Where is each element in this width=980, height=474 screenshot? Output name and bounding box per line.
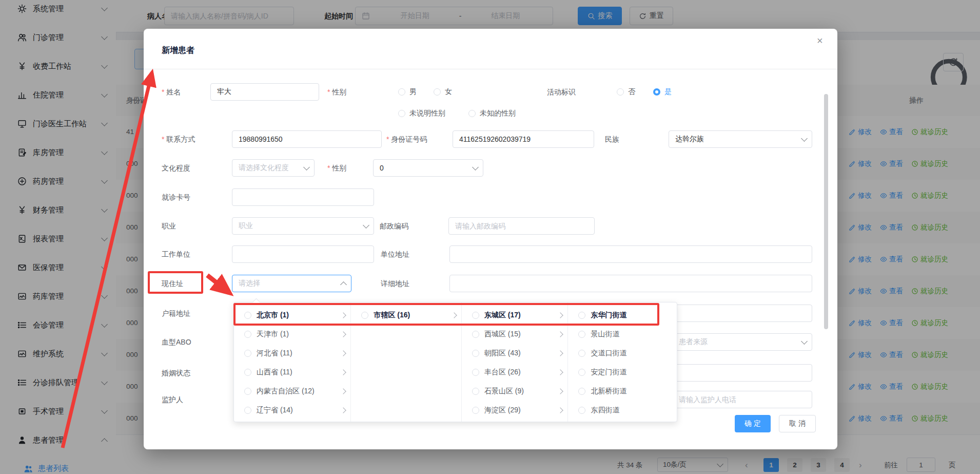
gender-radio-female[interactable]: 女 [434,83,452,101]
cascader-column-3: 东城区 (17)西城区 (15)朝阳区 (43)丰台区 (26)石景山区 (9)… [462,302,569,422]
gender-radio-male[interactable]: 男 [398,83,417,101]
id-number-input[interactable] [453,130,594,148]
cascader-option[interactable]: 安定门街道 [568,363,677,382]
radio-selected-icon [653,88,660,96]
cascader-option-label: 山西省 (11) [257,368,341,377]
name-label: 姓名 [162,83,181,101]
active-flag-no[interactable]: 否 [617,83,635,101]
cascader-option[interactable]: 西城区 (15) [462,325,568,344]
postal-input[interactable] [448,217,595,235]
postal-label: 邮政编码 [380,217,408,235]
contact-label: 联系方式 [162,130,195,148]
guardian-label: 监护人 [162,391,183,408]
employer-address-label: 单位地址 [381,245,409,263]
cascader-option[interactable]: 辽宁省 (14) [234,401,350,420]
guardian-phone-input[interactable] [672,391,812,408]
radio-icon [361,312,368,319]
cascader-option-label: 海淀区 (29) [484,406,559,415]
radio-icon [468,110,476,117]
ethnicity-label: 民族 [605,130,619,148]
name-input[interactable] [210,83,319,101]
patient-source-select[interactable]: 患者来源 [672,333,812,351]
cascader-option-label: 景山街道 [591,330,672,339]
ethnicity-select[interactable]: 达斡尔族 [669,130,812,148]
add-patient-modal: 新增患者 × 姓名 性别 男 女 活动标识 否 是 未说明性别 未知的性别 联系… [144,29,837,449]
modal-divider [144,69,837,69]
radio-icon [244,407,251,414]
marital-label: 婚姻状态 [162,364,190,382]
registered-address-extra-input[interactable] [672,305,812,322]
cascader-option[interactable]: 北京市 (1) [234,306,350,325]
cascader-option-label: 东四街道 [591,406,672,415]
employer-address-input[interactable] [449,245,812,263]
cascader-option[interactable]: 东城区 (17) [462,306,568,325]
cascader-option[interactable]: 石景山区 (9) [462,382,568,401]
detail-address-input[interactable] [449,275,812,292]
cascader-option-label: 石景山区 (9) [484,387,559,396]
cascader-option[interactable]: 东华门街道 [568,306,677,325]
current-address-cascader-trigger[interactable]: 请选择 [232,275,351,292]
chevron-down-icon [363,222,369,229]
confirm-button[interactable]: 确 定 [735,415,771,432]
radio-icon [578,312,585,319]
current-address-label: 现住址 [162,275,183,292]
education-label: 文化程度 [162,159,190,177]
address-cascader-panel: 北京市 (1)天津市 (1)河北省 (11)山西省 (11)内蒙古自治区 (12… [233,302,677,422]
radio-icon [578,350,585,357]
chevron-right-icon [341,369,346,375]
active-flag-yes[interactable]: 是 [653,83,672,101]
cascader-option[interactable]: 朝阳区 (43) [462,344,568,363]
marital-extra-input[interactable] [672,364,812,382]
employer-input[interactable] [232,245,374,263]
radio-icon [617,88,624,96]
occupation-label: 职业 [162,217,176,235]
id-number-label: 身份证号码 [386,130,427,148]
cascader-option[interactable]: 景山街道 [568,325,677,344]
blood-type-label: 血型ABO [162,333,191,351]
gender-code-select[interactable]: 0 [373,159,483,177]
radio-icon [244,388,251,395]
card-no-input[interactable] [232,188,374,206]
radio-icon [472,312,479,319]
cascader-column-2: 市辖区 (16) [351,302,462,422]
cascader-option[interactable]: 丰台区 (26) [462,363,568,382]
cascader-option[interactable]: 交道口街道 [568,344,677,363]
modal-scrollbar[interactable] [824,94,828,329]
cascader-option[interactable]: 市辖区 (16) [351,306,461,325]
chevron-right-icon [341,312,346,318]
contact-input[interactable] [232,130,382,148]
cascader-option[interactable]: 内蒙古自治区 (12) [234,382,350,401]
cascader-option-label: 东城区 (17) [484,311,559,320]
cascader-option-label: 东华门街道 [591,311,672,320]
radio-icon [398,88,405,96]
radio-icon [398,110,405,117]
cascader-option[interactable]: 河北省 (11) [234,344,350,363]
cascader-option[interactable]: 北新桥街道 [568,382,677,401]
radio-icon [472,388,479,395]
radio-icon [578,388,585,395]
education-select[interactable]: 请选择文化程度 [232,159,315,177]
detail-address-label: 详细地址 [381,275,409,292]
chevron-down-icon [472,164,479,170]
chevron-down-icon [303,164,310,170]
gender-radio-unstated[interactable]: 未说明性别 [398,105,445,122]
cascader-option[interactable]: 天津市 (1) [234,325,350,344]
chevron-right-icon [341,407,346,413]
gender-radio-unknown[interactable]: 未知的性别 [468,105,516,122]
radio-icon [244,350,251,357]
cascader-option-label: 丰台区 (26) [484,368,559,377]
cascader-option[interactable]: 山西省 (11) [234,363,350,382]
cascader-option-label: 西城区 (15) [484,330,559,339]
radio-icon [472,331,479,338]
radio-icon [434,88,441,96]
chevron-down-icon [801,338,808,345]
cascader-option[interactable]: 东四街道 [568,401,677,420]
cancel-button[interactable]: 取 消 [779,415,816,432]
chevron-right-icon [341,350,346,356]
chevron-right-icon [558,331,563,337]
radio-icon [244,312,251,319]
close-icon[interactable]: × [817,35,823,47]
cascader-option[interactable]: 海淀区 (29) [462,401,568,420]
cascader-column-4: 东华门街道景山街道交道口街道安定门街道北新桥街道东四街道 [568,302,677,422]
occupation-select[interactable]: 职业 [232,217,374,235]
